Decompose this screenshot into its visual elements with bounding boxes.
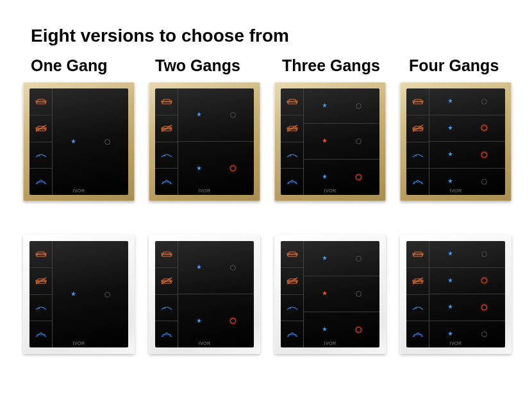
brand-label: IVOR (324, 188, 336, 193)
scene-sofa-icon[interactable] (281, 241, 303, 268)
switch-panel: IVOR (23, 82, 135, 201)
scene-sofa-off-icon[interactable] (29, 115, 52, 142)
scene-sofa-off-icon[interactable] (281, 268, 303, 295)
touch-area (304, 241, 379, 347)
status-led-icon (447, 152, 453, 158)
scene-sidebar (281, 241, 304, 347)
gang-button[interactable] (53, 88, 128, 195)
scene-away-icon[interactable] (281, 321, 303, 347)
power-ring-icon (481, 278, 487, 283)
gang-button[interactable] (53, 241, 128, 347)
scene-away-icon[interactable] (155, 169, 178, 195)
scene-sofa-icon[interactable] (281, 88, 303, 115)
scene-sleep-icon[interactable] (155, 295, 178, 322)
gang-button[interactable] (304, 276, 379, 312)
scene-sidebar (281, 88, 304, 195)
scene-away-icon[interactable] (155, 321, 178, 347)
row-white: IVOR IVOR IVOR IVOR (23, 235, 523, 354)
gang-button[interactable] (304, 312, 379, 347)
scene-away-icon[interactable] (29, 169, 52, 195)
touch-surface: IVOR (406, 241, 505, 347)
gang-button[interactable] (178, 241, 254, 294)
scene-sofa-off-icon[interactable] (29, 268, 52, 295)
touch-area (429, 88, 505, 195)
power-ring-icon (356, 138, 362, 144)
switch-panel: IVOR (400, 235, 511, 354)
touch-area (53, 241, 128, 347)
power-ring-icon (356, 174, 362, 180)
status-led-icon (447, 251, 453, 257)
power-ring-icon (481, 179, 487, 185)
scene-sidebar (29, 241, 53, 347)
brand-label: IVOR (449, 341, 461, 346)
gang-button[interactable] (304, 160, 379, 195)
scene-sleep-icon[interactable] (155, 142, 178, 169)
status-led-icon (196, 265, 202, 271)
col-label-3: Three Gangs (282, 56, 380, 75)
gang-button[interactable] (429, 294, 505, 321)
gang-button[interactable] (178, 88, 254, 142)
status-led-icon (322, 327, 328, 333)
scene-sofa-off-icon[interactable] (155, 268, 178, 295)
power-ring-icon (356, 103, 362, 109)
gang-button[interactable] (429, 142, 505, 169)
gang-button[interactable] (429, 241, 505, 268)
power-ring-icon (481, 305, 487, 310)
touch-surface: IVOR (29, 241, 128, 347)
scene-sleep-icon[interactable] (281, 142, 303, 169)
scene-sofa-off-icon[interactable] (406, 268, 429, 295)
scene-sofa-off-icon[interactable] (155, 115, 178, 142)
scene-away-icon[interactable] (281, 169, 303, 195)
gang-button[interactable] (429, 268, 505, 295)
gang-button[interactable] (429, 321, 505, 348)
power-ring-icon (230, 112, 236, 118)
power-ring-icon (230, 165, 236, 171)
power-ring-icon (481, 125, 487, 131)
gang-button[interactable] (304, 124, 379, 159)
gang-button[interactable] (304, 88, 379, 124)
scene-away-icon[interactable] (406, 169, 429, 195)
scene-sleep-icon[interactable] (281, 295, 303, 322)
status-led-icon (196, 165, 202, 171)
row-gold: IVOR IVOR IVOR IVOR (23, 82, 523, 201)
scene-sofa-icon[interactable] (155, 241, 178, 268)
gang-button[interactable] (178, 142, 254, 195)
scene-sofa-icon[interactable] (155, 88, 178, 115)
scene-away-icon[interactable] (29, 321, 52, 347)
status-led-icon (322, 256, 328, 262)
scene-sidebar (406, 241, 429, 347)
status-led-icon (322, 103, 328, 109)
scene-sofa-icon[interactable] (406, 88, 429, 115)
scene-sofa-icon[interactable] (406, 241, 429, 268)
status-led-icon (71, 139, 76, 145)
status-led-icon (447, 305, 453, 310)
power-ring-icon (356, 327, 362, 333)
scene-sleep-icon[interactable] (406, 295, 429, 322)
status-led-icon (196, 112, 202, 118)
touch-area (429, 241, 505, 347)
gang-button[interactable] (429, 88, 505, 115)
col-label-2: Two Gangs (155, 56, 240, 75)
power-ring-icon (230, 265, 236, 271)
touch-area (304, 88, 379, 195)
status-led-icon (447, 125, 453, 131)
scene-sleep-icon[interactable] (406, 142, 429, 169)
gang-button[interactable] (429, 115, 505, 142)
gang-button[interactable] (304, 241, 379, 276)
scene-away-icon[interactable] (406, 321, 429, 347)
scene-sofa-icon[interactable] (29, 88, 52, 115)
scene-sleep-icon[interactable] (29, 295, 52, 322)
switch-panel: IVOR (274, 235, 386, 354)
status-led-icon (322, 174, 328, 180)
switch-panel: IVOR (400, 82, 511, 201)
scene-sleep-icon[interactable] (29, 142, 52, 169)
touch-area (53, 88, 128, 195)
gang-button[interactable] (178, 294, 254, 347)
status-led-icon (447, 99, 453, 104)
scene-sofa-off-icon[interactable] (406, 115, 429, 142)
gang-button[interactable] (429, 169, 505, 196)
scene-sofa-off-icon[interactable] (281, 115, 303, 142)
switch-panel: IVOR (149, 82, 260, 201)
switch-panel: IVOR (274, 82, 386, 201)
scene-sofa-icon[interactable] (29, 241, 52, 268)
